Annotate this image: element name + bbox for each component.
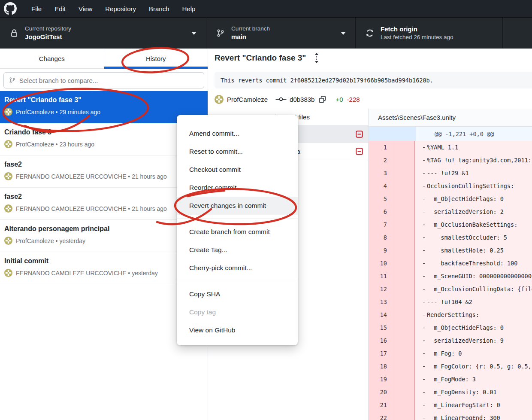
diff-deletion-marker: - [415, 144, 427, 151]
diff-new-line-number [392, 244, 415, 257]
diff-line-content: ---- !u!29 &1 [415, 167, 532, 180]
diff-line-content: - serializedVersion: 9 [415, 334, 532, 347]
menu-edit[interactable]: Edit [48, 1, 72, 16]
author-avatar [215, 95, 224, 104]
diff-new-line-number [392, 360, 415, 373]
menu-view[interactable]: View [72, 1, 99, 16]
diff-new-line-number [392, 399, 415, 411]
diff-hunk-header: @@ -1,221 +0,0 @@ [369, 127, 532, 141]
diff-line: 8- smallestOccluder: 5 [369, 231, 532, 244]
diff-old-line-number: 4 [369, 180, 392, 192]
commit-row-title: fase2 [4, 161, 203, 168]
toolbar: Current repository JogoGitTest Current b… [0, 17, 532, 49]
commit-row-title: Criando fase 3 [4, 128, 203, 136]
diff-line: 12- m_OcclusionCullingData: {fileID: 0} [369, 283, 532, 295]
diff-line-content: - m_ObjectHideFlags: 0 [415, 192, 532, 205]
diff-old-line-number: 14 [369, 308, 392, 321]
diff-line-text: serializedVersion: 2 [427, 208, 504, 215]
menu-item-checkout-commit[interactable]: Checkout commit [177, 161, 298, 179]
menu-item-amend-commit[interactable]: Amend commit... [177, 125, 298, 143]
commit-row-author-time: ProfCamoleze • 23 hours ago [16, 141, 94, 148]
diff-line-content: - m_FogDensity: 0.01 [415, 386, 532, 399]
diff-line: 21- m_LinearFogStart: 0 [369, 399, 532, 411]
diff-line-text: m_LinearFogStart: 0 [427, 402, 500, 408]
diff-old-line-number: 5 [369, 192, 392, 205]
diff-new-line-number [392, 373, 415, 386]
diff-old-line-number: 22 [369, 411, 392, 420]
diff-line-content: - m_OcclusionBakeSettings: [415, 218, 532, 231]
current-branch-label: Current branch [231, 25, 270, 33]
menu-item-reset-to-commit[interactable]: Reset to commit... [177, 143, 298, 161]
diff-line-text: smallestHole: 0.25 [427, 247, 504, 254]
diff-deletion-marker: - [415, 337, 427, 344]
diff-line: 1-%YAML 1.1 [369, 141, 532, 154]
menu-repository[interactable]: Repository [99, 1, 142, 16]
sync-icon [365, 29, 375, 37]
diff-deletion-marker: - [415, 208, 427, 215]
diff-line: 2-%TAG !u! tag:unity3d.com,2011: [369, 154, 532, 167]
commit-row-title: fase2 [4, 193, 203, 201]
diff-deletion-marker: - [415, 286, 427, 292]
menu-item-copy-tag: Copy tag [177, 303, 298, 321]
diff-line: 18- m_FogColor: {r: 0.5, g: 0.5, b: 0.5,… [369, 360, 532, 373]
compare-placeholder: Select branch to compare... [19, 77, 98, 84]
commit-row-meta: ProfCamoleze • yesterday [4, 237, 203, 245]
diff-line-text: serializedVersion: 9 [427, 337, 504, 344]
diff-line-text: --- !u!29 &1 [427, 170, 469, 177]
diff-old-line-number: 7 [369, 218, 392, 231]
menu-file[interactable]: File [25, 1, 48, 16]
commit-author: ProfCamoleze [227, 96, 268, 103]
menu-item-create-branch-from-commit[interactable]: Create branch from commit [177, 223, 298, 241]
diff-line-text: m_ObjectHideFlags: 0 [427, 324, 504, 331]
titlebar: FileEditViewRepositoryBranchHelp [0, 0, 532, 17]
diff-deletion-marker: - [415, 247, 427, 254]
menu-separator [177, 281, 298, 281]
avatar [4, 140, 12, 148]
current-repository-label: Current repository [25, 25, 71, 33]
menu-separator [177, 219, 298, 219]
diff-line: 7- m_OcclusionBakeSettings: [369, 218, 532, 231]
diff-line: 17- m_Fog: 0 [369, 347, 532, 360]
git-commit-icon [275, 96, 287, 103]
diff-line-content: - smallestOccluder: 5 [415, 231, 532, 244]
tab-history[interactable]: History [104, 49, 208, 68]
diff-line: 14-RenderSettings: [369, 308, 532, 321]
diff-line-text: m_LinearFogEnd: 300 [427, 414, 500, 420]
menu-item-view-on-github[interactable]: View on GitHub [177, 321, 298, 339]
diff-line-content: - m_OcclusionCullingData: {fileID: 0} [415, 283, 532, 295]
menu-item-revert-changes-in-commit[interactable]: Revert changes in commit [177, 197, 298, 215]
diff-old-line-number: 9 [369, 244, 392, 257]
diff-new-line-number [392, 180, 415, 192]
diff-old-line-number: 21 [369, 399, 392, 411]
diff-file-path: Assets\Scenes\Fase3.unity [369, 109, 532, 127]
menu-help[interactable]: Help [176, 1, 202, 16]
diff-hunk-gutter [369, 127, 416, 141]
unfold-commit-summary-icon[interactable] [314, 52, 320, 64]
diff-new-line-number [392, 141, 415, 154]
diff-new-line-number [392, 386, 415, 399]
diff-line-text: --- !u!104 &2 [427, 298, 472, 305]
sidebar-tabs: Changes History [0, 49, 208, 69]
menu-branch[interactable]: Branch [142, 1, 176, 16]
deletions-count: -228 [347, 96, 360, 103]
compare-branch-input[interactable]: Select branch to compare... [3, 72, 204, 88]
tab-changes[interactable]: Changes [0, 49, 104, 68]
diff-line: 19- m_FogMode: 3 [369, 373, 532, 386]
copy-sha-icon[interactable] [319, 96, 326, 103]
commit-sha: d0b383b [290, 96, 314, 103]
commit-row-author-time: FERNANDO CAMOLEZE URCCOVICHE • 21 hours … [16, 205, 167, 212]
current-branch-button[interactable]: Current branch main [206, 18, 356, 49]
menu-item-reorder-commit[interactable]: Reorder commit [177, 179, 298, 197]
menu-item-create-tag[interactable]: Create Tag... [177, 241, 298, 259]
diff-new-line-number [392, 218, 415, 231]
fetch-origin-button[interactable]: Fetch origin Last fetched 26 minutes ago [356, 18, 503, 49]
current-repository-value: JogoGitTest [25, 33, 71, 41]
diff-line-text: RenderSettings: [427, 311, 479, 318]
menu-item-cherry-pick-commit[interactable]: Cherry-pick commit... [177, 259, 298, 277]
menu-item-copy-sha[interactable]: Copy SHA [177, 285, 298, 303]
diff-line-content: - m_Fog: 0 [415, 347, 532, 360]
diff-line-text: m_FogDensity: 0.01 [427, 389, 497, 396]
diff-deletion-marker: - [415, 389, 427, 396]
diff-line-text: m_ObjectHideFlags: 0 [427, 195, 504, 202]
current-repository-button[interactable]: Current repository JogoGitTest [0, 18, 206, 49]
